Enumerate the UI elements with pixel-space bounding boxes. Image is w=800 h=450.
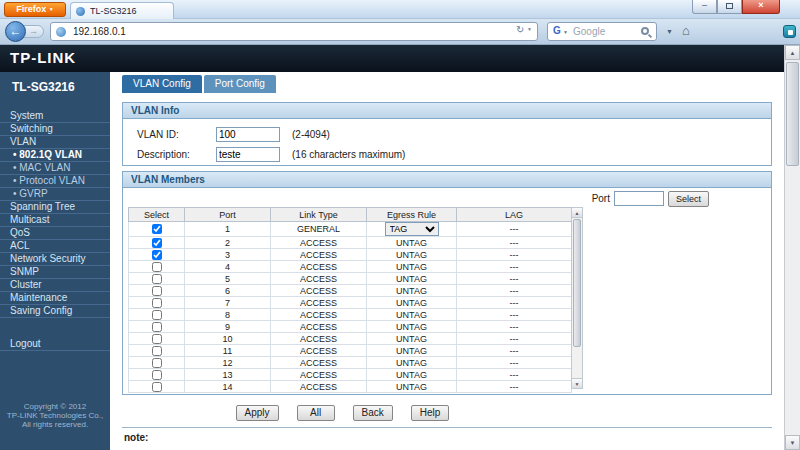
row-select-checkbox[interactable]: [152, 274, 162, 284]
port-cell: 2: [185, 237, 271, 249]
minimize-button[interactable]: –: [692, 0, 717, 14]
egress-rule-select[interactable]: TAG: [385, 222, 439, 236]
port-cell: 14: [185, 381, 271, 393]
port-cell: 8: [185, 309, 271, 321]
scroll-up-icon[interactable]: ▲: [785, 45, 800, 60]
table-row: 8ACCESSUNTAG---: [129, 309, 572, 321]
sidebar-item-snmp[interactable]: SNMP: [0, 266, 110, 279]
url-bar-icons: ↻ ▼: [516, 24, 532, 35]
back-button[interactable]: Back: [353, 405, 393, 421]
row-select-checkbox[interactable]: [152, 286, 162, 296]
egress-rule-cell: UNTAG: [367, 357, 457, 369]
sidebar-item-system[interactable]: System: [0, 110, 110, 123]
sidebar-item-protocol-vlan[interactable]: • Protocol VLAN: [0, 175, 110, 188]
vlan-members-section: VLAN Members PortSelect SelectPortLink T…: [122, 171, 772, 395]
description-input[interactable]: [216, 147, 280, 162]
table-row: 13ACCESSUNTAG---: [129, 369, 572, 381]
firefox-menu-button[interactable]: Firefox ▼: [4, 2, 66, 17]
row-select-checkbox[interactable]: [152, 238, 162, 248]
sidebar-item-logout[interactable]: Logout: [0, 338, 110, 351]
help-button[interactable]: Help: [411, 405, 450, 421]
sidebar-item-cluster[interactable]: Cluster: [0, 279, 110, 292]
site-header: TP-LINK: [0, 45, 784, 72]
home-icon[interactable]: ⌂: [682, 23, 690, 38]
row-select-checkbox[interactable]: [152, 382, 162, 392]
row-select-checkbox[interactable]: [152, 250, 162, 260]
scroll-down-icon[interactable]: ▼: [572, 378, 582, 388]
sidebar-item-multicast[interactable]: Multicast: [0, 214, 110, 227]
row-select-checkbox[interactable]: [152, 262, 162, 272]
sidebar-item-switching[interactable]: Switching: [0, 123, 110, 136]
sidebar-item-maintenance[interactable]: Maintenance: [0, 292, 110, 305]
sidebar-item-spanning-tree[interactable]: Spanning Tree: [0, 201, 110, 214]
select-cell: [129, 261, 185, 273]
sidebar-item-acl[interactable]: ACL: [0, 240, 110, 253]
sidebar-item-mac-vlan[interactable]: • MAC VLAN: [0, 162, 110, 175]
close-button[interactable]: ×: [742, 0, 780, 14]
tab-port-config[interactable]: Port Config: [204, 75, 276, 93]
vlan-id-hint: (2-4094): [292, 129, 330, 140]
table-row: 6ACCESSUNTAG---: [129, 285, 572, 297]
table-row: 5ACCESSUNTAG---: [129, 273, 572, 285]
row-select-checkbox[interactable]: [152, 310, 162, 320]
scroll-down-icon[interactable]: ▼: [785, 435, 800, 450]
table-scrollbar[interactable]: ▲ ▼: [571, 207, 583, 389]
link-type-cell: ACCESS: [271, 321, 367, 333]
select-cell: [129, 381, 185, 393]
row-select-checkbox[interactable]: [152, 224, 162, 234]
sidebar-item-saving-config[interactable]: Saving Config: [0, 305, 110, 318]
search-input[interactable]: G ▼ Google: [547, 22, 657, 41]
address-bar[interactable]: 192.168.0.1 ↻ ▼: [50, 22, 538, 41]
port-select-button[interactable]: Select: [668, 191, 709, 207]
search-icon[interactable]: [641, 27, 649, 35]
lag-cell: ---: [457, 285, 572, 297]
addon-icon[interactable]: [783, 25, 796, 38]
chevron-down-icon[interactable]: ▼: [527, 26, 532, 32]
table-scrollbar-thumb[interactable]: [573, 219, 581, 347]
sidebar-item-802-1q-vlan[interactable]: • 802.1Q VLAN: [0, 149, 110, 162]
sidebar-item-gvrp[interactable]: • GVRP: [0, 188, 110, 201]
back-button[interactable]: ←: [5, 21, 26, 42]
table-row: 10ACCESSUNTAG---: [129, 333, 572, 345]
select-cell: [129, 285, 185, 297]
maximize-button[interactable]: [717, 0, 742, 14]
tab-vlan-config[interactable]: VLAN Config: [122, 75, 202, 93]
reload-icon[interactable]: ↻: [516, 24, 524, 35]
row-select-checkbox[interactable]: [152, 334, 162, 344]
sidebar-item-vlan[interactable]: VLAN: [0, 136, 110, 149]
sidebar-item-qos[interactable]: QoS: [0, 227, 110, 240]
select-cell: [129, 273, 185, 285]
row-select-checkbox[interactable]: [152, 370, 162, 380]
all-button[interactable]: All: [297, 405, 335, 421]
select-cell: [129, 237, 185, 249]
row-select-checkbox[interactable]: [152, 322, 162, 332]
maximize-icon: [726, 3, 733, 9]
page-scrollbar[interactable]: ▲ ▼: [784, 45, 800, 450]
row-select-checkbox[interactable]: [152, 298, 162, 308]
section-title-vlan-members: VLAN Members: [123, 172, 771, 188]
egress-rule-cell: UNTAG: [367, 273, 457, 285]
forward-button[interactable]: →: [23, 25, 44, 38]
select-cell: [129, 357, 185, 369]
port-filter-input[interactable]: [614, 191, 664, 206]
apply-button[interactable]: Apply: [236, 405, 279, 421]
copyright-line: Copyright © 2012: [0, 402, 110, 411]
egress-rule-cell: UNTAG: [367, 381, 457, 393]
table-row: 1GENERALTAG---: [129, 222, 572, 237]
row-select-checkbox[interactable]: [152, 358, 162, 368]
row-select-checkbox[interactable]: [152, 346, 162, 356]
chevron-down-icon[interactable]: ▼: [563, 29, 568, 35]
downloads-icon[interactable]: ▼: [666, 28, 673, 35]
config-tabs: VLAN ConfigPort Config: [122, 75, 276, 93]
scroll-up-icon[interactable]: ▲: [572, 208, 582, 218]
browser-tab[interactable]: TL-SG3216: [70, 2, 174, 19]
select-cell: [129, 222, 185, 237]
lag-cell: ---: [457, 381, 572, 393]
link-type-cell: ACCESS: [271, 297, 367, 309]
egress-rule-cell: UNTAG: [367, 369, 457, 381]
sidebar-item-network-security[interactable]: Network Security: [0, 253, 110, 266]
lag-cell: ---: [457, 345, 572, 357]
vlan-id-input[interactable]: [216, 127, 280, 142]
window-controls: – ×: [692, 0, 780, 14]
page-scrollbar-thumb[interactable]: [786, 62, 799, 166]
